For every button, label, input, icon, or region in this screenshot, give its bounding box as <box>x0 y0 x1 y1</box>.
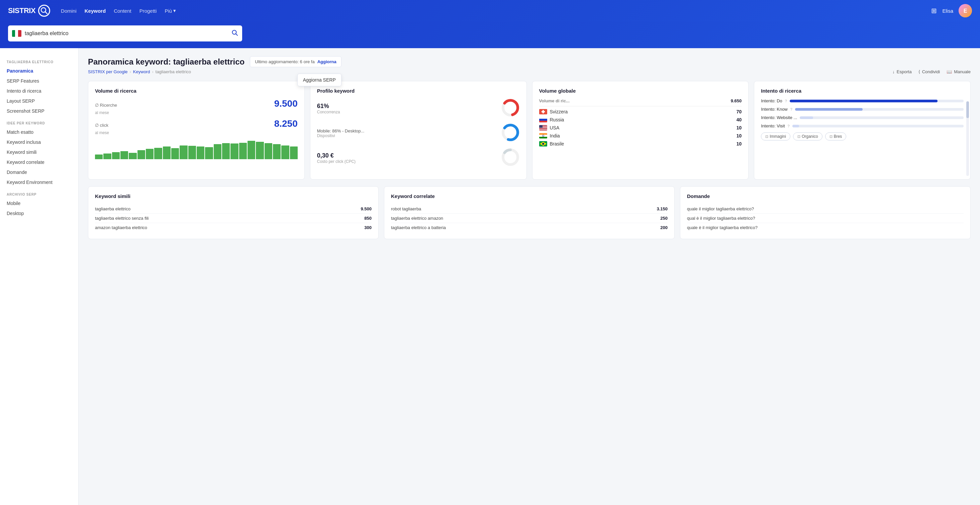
tag-bres-label: Bres <box>834 134 842 139</box>
flag-ru <box>539 117 547 122</box>
manual-button[interactable]: 📖 Manuale <box>947 69 970 74</box>
concorrenza-gauge <box>501 98 520 117</box>
sidebar-item-keyword-inclusa[interactable]: Keyword inclusa <box>0 137 78 147</box>
bar-chart-bar <box>197 146 204 159</box>
svg-rect-16 <box>539 119 547 121</box>
cpc-value: 0,30 € <box>317 152 356 159</box>
sidebar-item-keyword-correlate[interactable]: Keyword correlate <box>0 157 78 167</box>
profilo-keyword-card: Profilo keyword 61% Concorrenza <box>310 81 527 179</box>
page-title-keyword: tagliaerba elettrico <box>173 57 245 66</box>
intento-do-label: Intento: Do <box>761 98 782 103</box>
aggiorna-link[interactable]: Aggiorna <box>317 59 336 64</box>
intento-scrollbar[interactable] <box>966 101 969 176</box>
tag-immagini-label: Immagini <box>770 134 786 139</box>
kw-correlate-row-1[interactable]: tagliaerba elettrico amazon 250 <box>391 214 668 223</box>
search-button[interactable] <box>231 29 238 38</box>
flag-us <box>539 125 547 130</box>
keyword-correlate-card: Keyword correlate robot tagliaerba 3.150… <box>384 186 675 239</box>
kw-correlate-count-2: 200 <box>660 225 668 230</box>
kw-simili-count-1: 850 <box>364 216 372 221</box>
bar-chart-bar <box>121 151 128 159</box>
main-content: Panoramica keyword: tagliaerba elettrico… <box>79 48 980 505</box>
breadcrumb-row: SISTRIX per Google › Keyword › tagliaerb… <box>88 69 970 74</box>
intento-scrollbar-thumb <box>966 101 969 118</box>
kw-simili-row-2[interactable]: amazon tagliaerba elettrico 300 <box>95 223 372 232</box>
nav-more[interactable]: Più ▾ <box>165 7 176 15</box>
sidebar-item-intento[interactable]: Intento di ricerca <box>0 86 78 96</box>
click-row: ∅ click 8.250 <box>95 118 298 129</box>
nav-progetti[interactable]: Progetti <box>140 7 157 15</box>
intento-website-label: Intento: Website ... <box>761 115 797 120</box>
bar-chart-bar <box>103 154 111 159</box>
domande-card: Domande quale il miglior tagliaerba elet… <box>680 186 970 239</box>
avatar[interactable]: E <box>959 4 972 17</box>
logo[interactable]: SISTRIX <box>8 5 50 17</box>
kw-correlate-name-1: tagliaerba elettrico amazon <box>391 216 443 221</box>
main-layout: TAGLIAERBA ELETTRICO Panoramica SERP Fea… <box>0 48 980 505</box>
volume-globale-title: Volume globale <box>539 88 742 94</box>
domanda-row-2[interactable]: quale è il miglior tagliaerba elettrico? <box>687 223 964 232</box>
domanda-row-1[interactable]: qual è il miglior tagliaerba elettrico? <box>687 214 964 223</box>
sidebar-item-serp-features[interactable]: SERP Features <box>0 76 78 86</box>
svg-line-1 <box>45 12 47 14</box>
bar-chart-bar <box>273 144 281 159</box>
sidebar-item-keyword-environment[interactable]: Keyword Environment <box>0 177 78 187</box>
kw-correlate-row-2[interactable]: tagliaerba elettrico a batteria 200 <box>391 223 668 232</box>
volume-globale-header-value: 9.650 <box>731 98 742 103</box>
country-ru-value: 40 <box>737 117 742 122</box>
svg-rect-23 <box>539 133 547 135</box>
sidebar-item-panoramica[interactable]: Panoramica <box>0 66 78 76</box>
sidebar-item-layout[interactable]: Layout SERP <box>0 96 78 106</box>
search-input[interactable] <box>25 30 228 37</box>
help-icon-know[interactable]: ? <box>791 107 792 111</box>
nav-links: Domini Keyword Content Progetti Più ▾ <box>61 7 921 15</box>
intento-do-row: Intento: Do ? <box>761 98 964 103</box>
bar-chart-bar <box>171 148 179 159</box>
svg-rect-14 <box>541 111 545 113</box>
dispositivi-label: Dispositivi <box>317 133 364 138</box>
nav-content[interactable]: Content <box>114 7 132 15</box>
kw-simili-row-1[interactable]: tagliaerba elettrico senza fili 850 <box>95 214 372 223</box>
country-ch-name: Svizzera <box>550 109 568 114</box>
svg-rect-22 <box>539 125 542 128</box>
sidebar-item-domande[interactable]: Domande <box>0 167 78 177</box>
help-icon-do[interactable]: ? <box>785 99 787 103</box>
tag-bres[interactable]: ⊡ Bres <box>825 132 846 140</box>
sidebar-item-mobile[interactable]: Mobile <box>0 199 78 208</box>
intento-card: Intento di ricerca Intento: Do ? Intento… <box>754 81 970 179</box>
nav-right: ⊞ Elisa E <box>931 4 972 17</box>
country-flag-it[interactable] <box>12 30 21 37</box>
intento-visit-label: Intento: Visit <box>761 124 785 129</box>
nav-keyword[interactable]: Keyword <box>84 7 106 15</box>
nav-domini[interactable]: Domini <box>61 7 76 15</box>
kw-correlate-name-0: robot tagliaerba <box>391 206 421 211</box>
kw-simili-row-0[interactable]: tagliaerba elettrico 9.500 <box>95 204 372 214</box>
export-button[interactable]: ↓ Esporta <box>892 69 912 74</box>
sidebar-item-keyword-simili[interactable]: Keyword simili <box>0 147 78 157</box>
kw-simili-count-2: 300 <box>364 225 372 230</box>
breadcrumb-keyword[interactable]: Keyword <box>133 69 150 74</box>
organico-icon: ⊡ <box>797 135 800 139</box>
kw-correlate-row-0[interactable]: robot tagliaerba 3.150 <box>391 204 668 214</box>
intento-website-bar-fill <box>800 116 813 119</box>
breadcrumb-sistrix[interactable]: SISTRIX per Google <box>88 69 128 74</box>
domanda-row-0[interactable]: quale il miglior tagliaerba elettrico? <box>687 204 964 214</box>
aggiorna-dropdown[interactable]: Aggiorna SERP <box>298 73 342 86</box>
share-button[interactable]: ⟨ Condividi <box>918 69 940 74</box>
tag-immagini[interactable]: ⊡ Immagini <box>761 132 791 140</box>
tag-organico[interactable]: ⊡ Organico <box>793 132 822 140</box>
help-icon-visit[interactable]: ? <box>788 124 790 128</box>
sidebar-item-match-esatto[interactable]: Match esatto <box>0 127 78 137</box>
logo-text: SISTRIX <box>8 6 35 15</box>
intento-do-bar-fill <box>790 100 937 102</box>
intento-do-bar-bg <box>790 100 964 102</box>
country-row-ch: Svizzera 70 <box>539 109 742 114</box>
grid-icon[interactable]: ⊞ <box>931 7 937 15</box>
share-label: Condividi <box>922 69 940 74</box>
sidebar-item-screenshot[interactable]: Screenshot SERP <box>0 106 78 116</box>
country-row-us: USA 10 <box>539 125 742 130</box>
sidebar-item-desktop[interactable]: Desktop <box>0 208 78 218</box>
svg-point-29 <box>542 143 544 145</box>
bar-chart-bar <box>146 149 154 159</box>
profilo-dispositivi-row: Mobile: 86% - Desktop... Dispositivi <box>317 123 520 143</box>
